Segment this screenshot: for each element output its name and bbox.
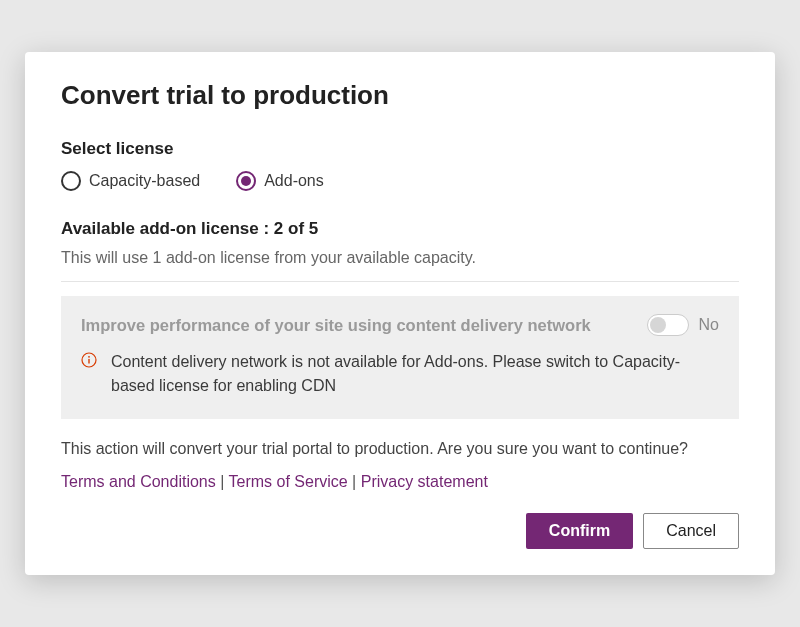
available-license-count: Available add-on license : 2 of 5 bbox=[61, 219, 739, 239]
cdn-warning-text: Content delivery network is not availabl… bbox=[111, 350, 719, 396]
svg-rect-2 bbox=[88, 359, 89, 364]
cdn-header: Improve performance of your site using c… bbox=[81, 314, 719, 336]
confirm-text: This action will convert your trial port… bbox=[61, 437, 739, 461]
divider bbox=[61, 281, 739, 282]
svg-point-1 bbox=[88, 356, 90, 358]
radio-icon bbox=[236, 171, 256, 191]
cdn-toggle-state: No bbox=[699, 316, 719, 334]
radio-label: Add-ons bbox=[264, 172, 324, 190]
convert-trial-modal: Convert trial to production Select licen… bbox=[25, 52, 775, 574]
terms-conditions-link[interactable]: Terms and Conditions bbox=[61, 473, 216, 490]
radio-icon bbox=[61, 171, 81, 191]
select-license-label: Select license bbox=[61, 139, 739, 159]
radio-add-ons[interactable]: Add-ons bbox=[236, 171, 324, 191]
cancel-button[interactable]: Cancel bbox=[643, 513, 739, 549]
cdn-title: Improve performance of your site using c… bbox=[81, 316, 633, 335]
link-separator: | bbox=[220, 473, 228, 490]
cdn-toggle-wrap: No bbox=[647, 314, 719, 336]
privacy-link[interactable]: Privacy statement bbox=[361, 473, 488, 490]
confirm-button[interactable]: Confirm bbox=[526, 513, 633, 549]
cdn-toggle[interactable] bbox=[647, 314, 689, 336]
cdn-warning: Content delivery network is not availabl… bbox=[81, 350, 719, 396]
info-icon bbox=[81, 352, 97, 368]
dialog-actions: Confirm Cancel bbox=[61, 513, 739, 549]
cdn-panel: Improve performance of your site using c… bbox=[61, 296, 739, 418]
page-title: Convert trial to production bbox=[61, 80, 739, 111]
toggle-knob bbox=[650, 317, 666, 333]
terms-service-link[interactable]: Terms of Service bbox=[229, 473, 348, 490]
license-usage-description: This will use 1 add-on license from your… bbox=[61, 249, 739, 267]
radio-capacity-based[interactable]: Capacity-based bbox=[61, 171, 200, 191]
radio-label: Capacity-based bbox=[89, 172, 200, 190]
link-separator: | bbox=[352, 473, 361, 490]
license-radio-group: Capacity-based Add-ons bbox=[61, 171, 739, 191]
legal-links: Terms and Conditions | Terms of Service … bbox=[61, 473, 739, 491]
